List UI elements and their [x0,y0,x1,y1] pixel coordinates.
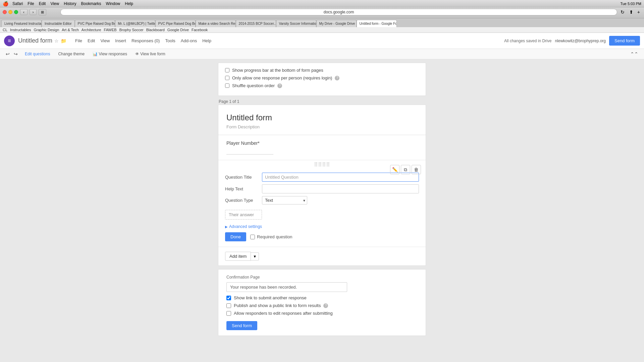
menu-insert[interactable]: Insert [113,37,128,45]
back-btn[interactable]: ‹ [20,9,28,15]
tab-8[interactable]: Varsity Soccer Informatio... [276,20,316,27]
bookmark-graphic-design[interactable]: Graphic Design [34,28,59,32]
conf-checkbox-row-3: Allow responders to edit responses after… [226,311,418,316]
menu-help[interactable]: Help [200,37,213,45]
publish-link-help-icon[interactable]: ? [323,303,328,308]
app-title-area: Untitled form ☆ 📁 [18,37,66,44]
tab-7[interactable]: 2014-2015 BCP Soccer... [236,20,276,27]
tab-3[interactable]: PVC Pipe Raised Dog Bed [75,20,115,27]
reload-btn[interactable]: ↻ [619,9,626,15]
mac-menu-safari[interactable]: Safari [12,1,23,6]
checkbox-row-shuffle: Shuffle question order ? [225,83,419,88]
minimize-window-btn[interactable] [8,10,12,14]
form-page-container: Page 1 of 1 Untitled form Form Descripti… [218,99,426,336]
app-title[interactable]: Untitled form [18,37,52,44]
confirmation-message-input[interactable] [226,282,347,292]
mac-menu-window[interactable]: Window [106,1,120,6]
menu-addons[interactable]: Add-ons [179,37,199,45]
help-text-field-label: Help Text [225,186,262,191]
bookmark-blackboard[interactable]: Blackboard [146,28,165,32]
page-label: Page 1 of 1 [218,99,426,104]
close-window-btn[interactable] [3,10,7,14]
mac-menu-view[interactable]: View [50,1,59,6]
redo-btn[interactable]: ↪ [12,50,19,58]
question-type-select[interactable]: Text Paragraph text Multiple choice Chec… [262,196,307,204]
undo-btn[interactable]: ↩ [4,50,11,58]
progress-bar-label: Show progress bar at the bottom of form … [232,68,323,73]
menu-tools[interactable]: Tools [163,37,177,45]
maximize-window-btn[interactable] [14,10,18,14]
tab-9[interactable]: My Drive - Google Drive [316,20,357,27]
menu-file[interactable]: File [73,37,84,45]
tab-2[interactable]: Instructable Editor [42,20,75,27]
bookmark-google-drive[interactable]: Google Drive [167,28,189,32]
add-item-dropdown-btn[interactable]: ▼ [251,252,259,260]
one-response-checkbox[interactable] [225,76,229,80]
address-bar[interactable] [60,9,617,15]
apple-icon[interactable]: 🍎 [3,1,8,6]
edit-question-btn[interactable]: ✏️ [390,165,399,174]
tab-view-btn[interactable]: ⊞ [39,9,46,15]
bookmark-faweb[interactable]: FAWEB [104,28,117,32]
share-btn[interactable]: ⬆ [628,9,635,15]
app-nav: File Edit View Insert Responses (0) Tool… [73,37,213,45]
mac-menu-edit[interactable]: Edit [39,1,46,6]
bookmark-art-tech[interactable]: Art & Tech [62,28,79,32]
forward-btn[interactable]: › [30,9,37,15]
bookmark-instructables[interactable]: Instructables [10,28,31,32]
question-edit-actions: ✏️ ⧉ 🗑 [390,165,421,174]
their-answer-preview: Their answer [225,210,262,220]
player-number-input-preview[interactable] [226,148,273,155]
menu-view[interactable]: View [98,37,112,45]
player-number-question: Player Number* [218,135,426,160]
send-form-bottom-btn[interactable]: Send form [226,321,257,330]
mac-menu-history[interactable]: History [64,1,76,6]
bookmark-cl[interactable]: CL [3,28,7,32]
collapse-btn[interactable]: ⌃⌃ [629,50,640,58]
folder-icon[interactable]: 📁 [61,38,66,44]
app-header-right: All changes saved in Drive nlewkowitz@br… [504,36,640,46]
mac-status-area: Tue 5:03 PM [620,2,641,6]
help-text-input[interactable] [262,184,419,193]
mac-menu-file[interactable]: File [28,1,34,6]
one-response-help-icon[interactable]: ? [335,76,339,80]
eye-icon: 👁 [135,52,139,56]
view-responses-btn[interactable]: 📊 View responses [90,50,130,58]
duplicate-question-btn[interactable]: ⧉ [401,165,410,174]
allow-edit-checkbox[interactable] [226,311,231,316]
mac-menu-help[interactable]: Help [125,1,133,6]
tab-4[interactable]: Mr. L (@MrLBCP) | Twitter [115,20,155,27]
app-header: ≡ Untitled form ☆ 📁 File Edit View Inser… [0,33,644,49]
add-item-btn[interactable]: Add item [225,252,251,261]
add-tab-btn[interactable]: + [636,9,641,15]
question-type-field-label: Question Type [225,198,262,203]
advanced-settings-toggle[interactable]: ▶ Advanced settings [225,224,419,229]
shuffle-help-icon[interactable]: ? [277,83,282,88]
menu-responses[interactable]: Responses (0) [129,37,162,45]
delete-question-btn[interactable]: 🗑 [412,165,421,174]
view-live-form-btn[interactable]: 👁 View live form [132,50,168,58]
undo-redo-group: ↩ ↪ [4,50,19,58]
done-btn[interactable]: Done [225,232,246,241]
show-another-response-checkbox[interactable] [226,296,231,300]
progress-bar-checkbox[interactable] [225,68,229,72]
bookmark-architecture[interactable]: Architecture [82,28,101,32]
edit-questions-btn[interactable]: Edit questions [22,50,53,58]
shuffle-checkbox[interactable] [225,83,229,88]
browser-toolbar-right: ⬆ + [628,9,641,15]
menu-edit[interactable]: Edit [86,37,97,45]
bookmark-facebook[interactable]: Facebook [192,28,208,32]
bookmark-brophy-soccer[interactable]: Brophy Soccer [119,28,144,32]
required-checkbox[interactable] [250,235,255,239]
tab-5[interactable]: PVC Pipe Raised Dog Bed [155,20,196,27]
tab-1[interactable]: Living Featured Instructables [1,20,42,27]
tab-6[interactable]: Make a video Search Results [196,20,236,27]
publish-link-checkbox[interactable] [226,303,231,308]
send-form-header-btn[interactable]: Send form [609,36,640,46]
mac-menu-bookmarks[interactable]: Bookmarks [81,1,101,6]
confirmation-panel: Confirmation Page Show link to submit an… [218,269,426,336]
change-theme-btn[interactable]: Change theme [55,50,87,58]
tab-10[interactable]: Untitled form - Google Forms [357,20,397,27]
star-icon[interactable]: ☆ [54,38,59,44]
changes-saved-label: All changes saved in Drive [504,39,551,43]
